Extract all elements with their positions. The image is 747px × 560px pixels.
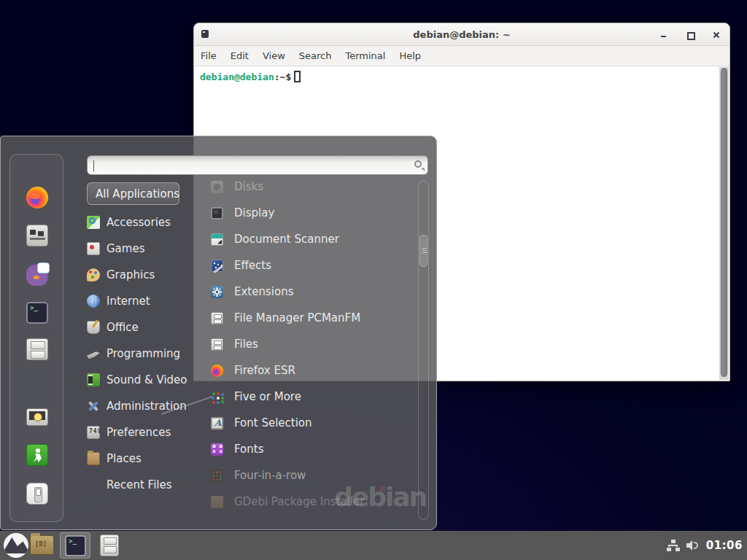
category-office[interactable]: Office bbox=[87, 314, 211, 341]
terminal-window-title: debian@debian: ~ bbox=[413, 29, 510, 40]
graphics-icon bbox=[87, 268, 100, 281]
sound-video-icon bbox=[87, 373, 100, 386]
app-gdebi-package-installer[interactable]: GDebi Package Installer bbox=[211, 489, 414, 515]
app-firefox-esr[interactable]: Firefox ESR bbox=[211, 357, 414, 384]
terminal-launcher-icon[interactable] bbox=[26, 302, 48, 324]
category-recent-files[interactable]: Recent Files bbox=[87, 472, 211, 498]
app-document-scanner[interactable]: Document Scanner bbox=[211, 226, 414, 252]
menu-view[interactable]: View bbox=[263, 50, 285, 61]
places-icon bbox=[87, 452, 100, 465]
menu-help[interactable]: Help bbox=[399, 50, 421, 61]
lock-screen-icon[interactable] bbox=[26, 408, 48, 426]
taskbar-clock[interactable]: 01:06 bbox=[706, 539, 743, 552]
app-list-scrollbar-thumb[interactable] bbox=[419, 235, 427, 267]
search-text-caret bbox=[93, 160, 94, 171]
minimize-icon[interactable] bbox=[659, 31, 668, 39]
file-manager-launcher-icon[interactable] bbox=[26, 338, 48, 360]
extensions-icon bbox=[211, 286, 223, 298]
firefox-launcher-icon[interactable] bbox=[26, 187, 48, 209]
close-icon[interactable] bbox=[712, 31, 721, 39]
preferences-icon bbox=[87, 426, 100, 439]
log-out-icon[interactable] bbox=[26, 444, 48, 466]
app-list-scrollbar[interactable] bbox=[418, 181, 429, 520]
effects-icon bbox=[211, 260, 223, 272]
terminal-scrollbar[interactable] bbox=[719, 67, 729, 380]
prompt-path: :~$ bbox=[274, 71, 291, 82]
category-accessories[interactable]: Accessories bbox=[87, 209, 211, 236]
taskbar: 01:06 bbox=[0, 531, 747, 560]
disks-icon bbox=[211, 181, 223, 193]
app-fonts[interactable]: Fonts bbox=[211, 436, 414, 462]
terminal-menubar: File Edit View Search Terminal Help bbox=[194, 46, 729, 66]
file-manager-icon bbox=[211, 312, 223, 324]
games-icon bbox=[87, 242, 100, 255]
maximize-icon[interactable] bbox=[686, 31, 694, 39]
app-files[interactable]: Files bbox=[211, 331, 414, 357]
taskbar-file-cabinet-icon[interactable] bbox=[100, 534, 119, 556]
category-sound-video[interactable]: Sound & Video bbox=[87, 367, 211, 393]
settings-launcher-icon[interactable] bbox=[26, 225, 48, 246]
menu-button[interactable] bbox=[4, 533, 28, 558]
programming-icon bbox=[87, 347, 100, 360]
category-places[interactable]: Places bbox=[87, 446, 211, 472]
office-icon bbox=[87, 321, 100, 334]
administration-icon bbox=[87, 400, 100, 413]
category-preferences[interactable]: Preferences bbox=[87, 419, 211, 446]
fonts-icon bbox=[211, 443, 223, 456]
terminal-scrollbar-thumb[interactable] bbox=[721, 68, 727, 377]
menu-favorites-sidebar bbox=[9, 154, 63, 522]
menu-file[interactable]: File bbox=[201, 50, 217, 61]
font-selection-icon bbox=[211, 417, 223, 429]
app-effects[interactable]: Effects bbox=[211, 252, 414, 279]
search-icon bbox=[414, 160, 422, 168]
files-icon bbox=[211, 338, 223, 351]
taskbar-terminal-active-tile[interactable] bbox=[60, 532, 90, 559]
shell-prompt: debian@debian:~$ bbox=[200, 71, 301, 82]
taskbar-terminal-icon bbox=[65, 535, 86, 556]
menu-search-input[interactable] bbox=[87, 155, 428, 175]
system-tray: 01:06 bbox=[667, 531, 743, 560]
app-display[interactable]: Display bbox=[211, 200, 414, 226]
prompt-user-host: debian@debian bbox=[200, 71, 274, 82]
category-games[interactable]: Games bbox=[87, 236, 211, 262]
menu-search[interactable]: Search bbox=[299, 50, 332, 61]
application-menu: All Applications Accessories Games Graph… bbox=[0, 136, 437, 530]
application-list: Disks Display Document Scanner Effects E… bbox=[211, 174, 414, 515]
category-internet[interactable]: Internet bbox=[87, 288, 211, 314]
network-icon[interactable] bbox=[667, 540, 680, 551]
category-list: Accessories Games Graphics Internet Offi… bbox=[87, 209, 211, 498]
display-icon bbox=[211, 207, 223, 219]
document-scanner-icon bbox=[211, 233, 223, 246]
app-disks[interactable]: Disks bbox=[211, 174, 414, 200]
app-font-selection[interactable]: Font Selection bbox=[211, 410, 414, 436]
app-extensions[interactable]: Extensions bbox=[211, 279, 414, 305]
taskbar-folder-icon[interactable] bbox=[30, 535, 54, 555]
internet-icon bbox=[87, 295, 100, 308]
shutdown-icon[interactable] bbox=[26, 483, 48, 505]
terminal-app-icon bbox=[201, 30, 209, 38]
terminal-cursor bbox=[294, 71, 301, 82]
all-applications-button[interactable]: All Applications bbox=[87, 182, 179, 205]
app-four-in-a-row[interactable]: Four-in-a-row bbox=[211, 462, 414, 489]
five-or-more-icon bbox=[211, 391, 223, 403]
menu-edit[interactable]: Edit bbox=[231, 50, 249, 61]
volume-icon[interactable] bbox=[686, 540, 700, 551]
category-administration[interactable]: Administration bbox=[87, 393, 211, 419]
category-graphics[interactable]: Graphics bbox=[87, 262, 211, 288]
app-file-manager-pcmanfm[interactable]: File Manager PCManFM bbox=[211, 305, 414, 331]
four-in-a-row-icon bbox=[211, 470, 223, 482]
pidgin-launcher-icon[interactable] bbox=[26, 264, 48, 286]
category-programming[interactable]: Programming bbox=[87, 341, 211, 367]
terminal-titlebar[interactable]: debian@debian: ~ bbox=[194, 23, 729, 46]
app-five-or-more[interactable]: Five or More bbox=[211, 384, 414, 410]
firefox-icon bbox=[211, 365, 223, 377]
accessories-icon bbox=[87, 216, 100, 229]
gdebi-icon bbox=[211, 496, 223, 508]
menu-terminal[interactable]: Terminal bbox=[345, 50, 385, 61]
